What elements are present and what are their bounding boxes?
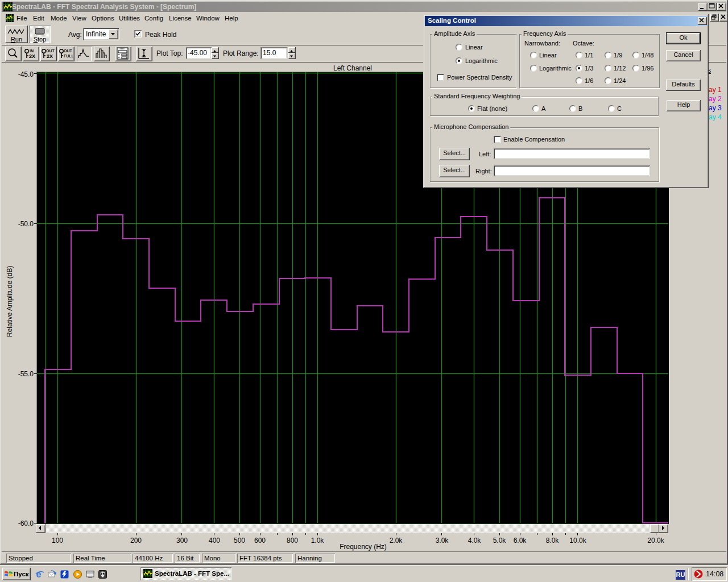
- svg-text:2X: 2X: [47, 53, 53, 59]
- svg-text:FULL: FULL: [64, 54, 73, 58]
- svg-text:2X: 2X: [29, 53, 35, 59]
- svg-text:IN: IN: [30, 49, 34, 53]
- svg-text:OUT: OUT: [46, 49, 55, 53]
- svg-text:e: e: [36, 569, 42, 579]
- svg-text:OUT: OUT: [64, 49, 73, 53]
